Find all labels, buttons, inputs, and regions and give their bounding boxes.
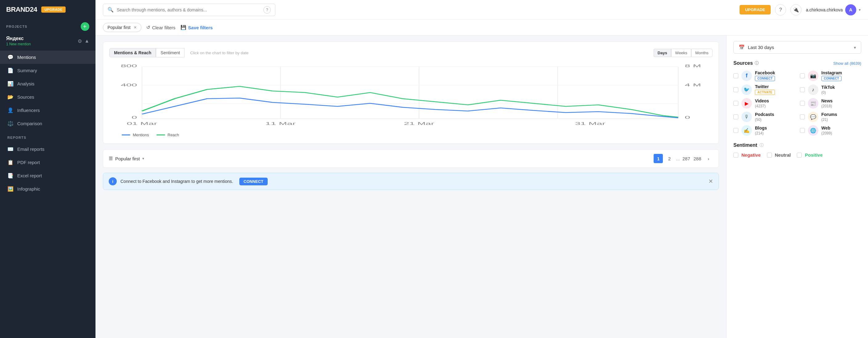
help-icon[interactable]: ? (775, 4, 786, 16)
tab-sentiment[interactable]: Sentiment (156, 48, 185, 57)
tab-mentions-reach[interactable]: Mentions & Reach (110, 48, 156, 57)
pdf-report-icon: 📋 (7, 160, 13, 165)
source-item-twitter: 🐦 Twitter ACTIVATE (734, 84, 795, 95)
refresh-icon: ↺ (146, 25, 150, 30)
info-banner: i Connect to Facebook and Instagram to g… (103, 173, 719, 190)
date-range-selector[interactable]: 📅 Last 30 days ▾ (734, 41, 861, 54)
page-next-arrow[interactable]: › (704, 154, 713, 163)
chart-period-tabs: Days Weeks Months (654, 49, 712, 57)
facebook-icon: f (741, 71, 752, 81)
chart-svg: 800 400 0 8 M 4 M 0 (110, 62, 712, 130)
source-item-forums: 💬 Forums (21) (800, 112, 862, 122)
sidebar-item-infographic[interactable]: 🖼️ Infographic (0, 182, 95, 196)
source-checkbox-web[interactable] (800, 128, 805, 133)
reports-section-label: REPORTS (0, 130, 95, 141)
svg-text:01 Mar: 01 Mar (127, 121, 157, 125)
sources-icon: 📂 (7, 94, 13, 100)
search-input[interactable] (117, 7, 260, 12)
sidebar-item-email-reports[interactable]: ✉️ Email reports (0, 142, 95, 156)
topbar: 🔍 ? UPGRADE ? 🔌 a.chirkova.chirkova A ▾ (95, 0, 868, 20)
sort-list-icon: ☰ (109, 156, 113, 161)
sidebar-label-sources: Sources (17, 94, 34, 100)
period-tab-months[interactable]: Months (691, 49, 712, 57)
sidebar-item-analysis[interactable]: 📊 Analysis (0, 77, 95, 90)
add-project-button[interactable]: + (81, 22, 89, 31)
clear-filters-button[interactable]: ↺ Clear filters (146, 25, 176, 30)
source-item-news: 📰 News (2018) (800, 98, 862, 109)
source-item-facebook: f Facebook CONNECT (734, 70, 795, 81)
source-checkbox-tiktok[interactable] (800, 87, 805, 92)
sentiment-checkbox-neutral[interactable] (767, 153, 772, 158)
source-count-forums: (21) (822, 117, 837, 122)
page-1[interactable]: 1 (654, 154, 663, 163)
sort-dropdown[interactable]: ☰ Popular first ▾ (109, 156, 144, 161)
topbar-right: UPGRADE ? 🔌 a.chirkova.chirkova A ▾ (740, 4, 861, 16)
chevron-up-icon[interactable]: ▲ (84, 38, 89, 44)
sidebar-label-excel-report: Excel report (17, 173, 42, 178)
page-287[interactable]: 287 (682, 154, 691, 163)
instagram-icon: 📷 (808, 71, 818, 81)
sentiment-item-positive: Positive (797, 152, 823, 158)
source-checkbox-podcasts[interactable] (734, 114, 738, 119)
videos-icon: ▶ (741, 98, 752, 109)
legend-reach-label: Reach (167, 133, 179, 137)
legend-reach: Reach (156, 133, 179, 137)
period-tab-weeks[interactable]: Weeks (671, 49, 691, 57)
search-box[interactable]: 🔍 ? (103, 4, 275, 16)
podcasts-icon: 🎙 (741, 112, 752, 122)
sidebar-item-comparison[interactable]: ⚖️ Comparison (0, 117, 95, 130)
source-checkbox-videos[interactable] (734, 101, 738, 106)
source-name-blogs: Blogs (755, 125, 767, 131)
plugin-icon[interactable]: 🔌 (790, 4, 802, 16)
infographic-icon: 🖼️ (7, 186, 13, 192)
source-badge-twitter[interactable]: ACTIVATE (755, 90, 775, 95)
page-2[interactable]: 2 (665, 154, 674, 163)
period-tab-days[interactable]: Days (654, 49, 671, 57)
sentiment-item-neutral: Neutral (767, 152, 791, 158)
sidebar-item-summary[interactable]: 📄 Summary (0, 64, 95, 77)
gear-icon[interactable]: ⚙ (78, 38, 82, 44)
sentiment-title: Sentiment (734, 142, 757, 148)
show-all-sources-link[interactable]: Show all (833, 61, 848, 66)
source-item-videos: ▶ Videos (4237) (734, 98, 795, 109)
user-info[interactable]: a.chirkova.chirkova A ▾ (806, 4, 861, 16)
sentiment-checkbox-negative[interactable] (734, 153, 738, 158)
search-help-icon[interactable]: ? (264, 6, 271, 13)
project-actions: ⚙ ▲ (78, 38, 89, 44)
sidebar-item-excel-report[interactable]: 📑 Excel report (0, 169, 95, 182)
page-288[interactable]: 288 (693, 154, 702, 163)
source-count-web: (2099) (822, 131, 832, 135)
search-icon: 🔍 (107, 7, 114, 12)
source-item-tiktok: ♪ TikTok (0) (800, 84, 862, 95)
reach-line-color (156, 135, 165, 135)
sidebar-upgrade-badge[interactable]: UPGRADE (41, 6, 66, 12)
banner-connect-button[interactable]: CONNECT (239, 178, 268, 185)
filter-chip-close[interactable]: ✕ (134, 25, 137, 30)
popular-first-chip[interactable]: Popular first ✕ (103, 23, 142, 32)
source-checkbox-forums[interactable] (800, 114, 805, 119)
sidebar-item-pdf-report[interactable]: 📋 PDF report (0, 156, 95, 169)
sidebar-item-sources[interactable]: 📂 Sources (0, 90, 95, 104)
sentiment-label-positive: Positive (805, 152, 823, 158)
source-checkbox-instagram[interactable] (800, 74, 805, 78)
source-item-instagram: 📷 Instagram CONNECT (800, 70, 862, 81)
source-badge-instagram[interactable]: CONNECT (822, 76, 841, 81)
source-checkbox-blogs[interactable] (734, 128, 738, 133)
source-name-twitter: Twitter (755, 84, 775, 89)
sentiment-checkbox-positive[interactable] (797, 153, 802, 158)
project-item: Яндекс 1 New mention ⚙ ▲ (0, 33, 95, 49)
chart-card: Mentions & Reach Sentiment Click on the … (103, 41, 719, 144)
sources-grid: f Facebook CONNECT 📷 Instagram CONNECT (734, 70, 861, 136)
source-checkbox-twitter[interactable] (734, 87, 738, 92)
source-badge-facebook[interactable]: CONNECT (755, 76, 775, 81)
banner-close-icon[interactable]: ✕ (708, 178, 713, 185)
save-filters-button[interactable]: 💾 Save filters (181, 25, 213, 30)
email-reports-icon: ✉️ (7, 146, 13, 152)
sidebar-item-influencers[interactable]: 👤 Influencers (0, 104, 95, 117)
sidebar-item-mentions[interactable]: 💬 Mentions (0, 51, 95, 64)
source-checkbox-news[interactable] (800, 101, 805, 106)
source-count-news: (2018) (822, 104, 833, 108)
source-checkbox-facebook[interactable] (734, 74, 738, 78)
news-icon: 📰 (808, 98, 818, 109)
topbar-upgrade-button[interactable]: UPGRADE (740, 5, 771, 15)
